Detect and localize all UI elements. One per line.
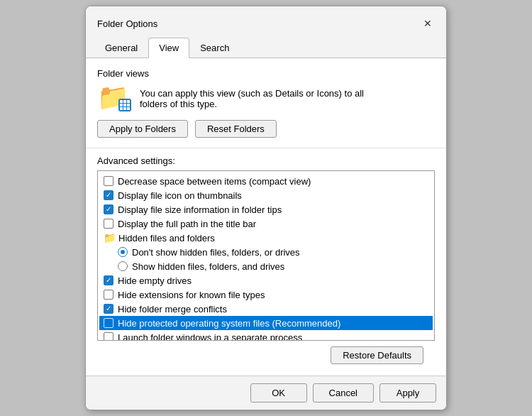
setting-decrease-space[interactable]: Decrease space between items (compact vi… (99, 174, 433, 188)
grid-cell (127, 107, 130, 110)
dialog-content: Folder views 📁 (86, 58, 446, 376)
checkbox-display-file-icon[interactable] (104, 190, 113, 200)
checkbox-launch-separate[interactable] (104, 332, 113, 341)
apply-button[interactable]: Apply (379, 383, 436, 403)
label-hidden-files-group: Hidden files and folders (118, 233, 215, 243)
setting-dont-show-hidden[interactable]: Don't show hidden files, folders, or dri… (99, 245, 433, 259)
grid-overlay-icon (118, 99, 131, 111)
grid-cell (123, 100, 126, 103)
setting-hidden-files-group: 📁 Hidden files and folders (99, 231, 433, 245)
setting-show-hidden[interactable]: Show hidden files, folders, and drives (99, 259, 433, 273)
checkbox-hide-empty-drives[interactable] (104, 275, 113, 285)
grid-cell (120, 104, 123, 106)
checkbox-hide-protected-os[interactable] (104, 318, 113, 328)
checkbox-display-file-size[interactable] (104, 204, 113, 214)
label-hide-extensions: Hide extensions for known file types (118, 290, 265, 300)
tab-search[interactable]: Search (189, 38, 240, 58)
folder-views-section: Folder views 📁 (86, 58, 446, 148)
title-bar: Folder Options ✕ (86, 6, 446, 38)
folder-icon-wrap: 📁 (97, 84, 131, 113)
grid-cell (120, 107, 123, 110)
close-button[interactable]: ✕ (418, 13, 438, 33)
label-hide-protected-os: Hide protected operating system files (R… (118, 318, 340, 329)
setting-hide-protected-os[interactable]: Hide protected operating system files (R… (99, 316, 433, 330)
setting-display-full-path[interactable]: Display the full path in the title bar (99, 217, 433, 231)
tab-bar: General View Search (86, 38, 446, 58)
bottom-restore-area: Restore Defaults (97, 341, 435, 368)
label-display-file-size: Display file size information in folder … (118, 204, 282, 215)
folder-views-description: You can apply this view (such as Details… (140, 88, 364, 109)
restore-defaults-button[interactable]: Restore Defaults (331, 346, 423, 364)
grid-cell (127, 100, 130, 103)
ok-button[interactable]: OK (250, 383, 307, 403)
label-hide-empty-drives: Hide empty drives (118, 275, 192, 286)
grid-cell (123, 104, 126, 106)
tab-view[interactable]: View (148, 38, 189, 58)
folder-group-icon: 📁 (104, 232, 116, 243)
tab-general[interactable]: General (94, 38, 148, 58)
checkbox-display-full-path[interactable] (104, 219, 113, 229)
folder-views-desc-line2: folders of this type. (140, 99, 364, 109)
radio-dont-show-hidden[interactable] (118, 247, 128, 257)
advanced-section: Advanced settings: Decrease space betwee… (86, 148, 446, 376)
folder-views-desc-line1: You can apply this view (such as Details… (140, 88, 364, 99)
label-hide-folder-merge: Hide folder merge conflicts (118, 304, 227, 314)
checkbox-hide-extensions[interactable] (104, 290, 113, 300)
reset-folders-button[interactable]: Reset Folders (195, 120, 277, 138)
setting-hide-folder-merge[interactable]: Hide folder merge conflicts (99, 302, 433, 316)
dialog-footer: OK Cancel Apply (86, 376, 446, 410)
label-display-file-icon: Display file icon on thumbnails (118, 190, 242, 201)
label-display-full-path: Display the full path in the title bar (118, 219, 256, 229)
grid-cell (120, 100, 123, 103)
grid-cell (123, 107, 126, 110)
label-launch-separate: Launch folder windows in a separate proc… (118, 332, 302, 341)
settings-list: Decrease space between items (compact vi… (98, 171, 434, 341)
setting-hide-empty-drives[interactable]: Hide empty drives (99, 273, 433, 288)
radio-show-hidden[interactable] (118, 261, 128, 271)
label-show-hidden: Show hidden files, folders, and drives (132, 261, 284, 272)
grid-cell (127, 104, 130, 106)
label-dont-show-hidden: Don't show hidden files, folders, or dri… (132, 247, 300, 258)
setting-display-file-icon[interactable]: Display file icon on thumbnails (99, 188, 433, 202)
folder-options-dialog: Folder Options ✕ General View Search Fol… (85, 6, 447, 410)
settings-list-wrap[interactable]: Decrease space between items (compact vi… (97, 170, 435, 341)
apply-to-folders-button[interactable]: Apply to Folders (97, 120, 188, 138)
label-decrease-space: Decrease space between items (compact vi… (118, 176, 311, 187)
setting-launch-separate[interactable]: Launch folder windows in a separate proc… (99, 330, 433, 341)
folder-views-row: 📁 You can apply this view (such (97, 84, 435, 113)
cancel-button[interactable]: Cancel (313, 383, 374, 403)
advanced-title: Advanced settings: (97, 155, 435, 166)
folder-views-title: Folder views (97, 68, 435, 79)
checkbox-decrease-space[interactable] (104, 176, 113, 186)
folder-views-buttons: Apply to Folders Reset Folders (97, 120, 435, 138)
dialog-title: Folder Options (97, 18, 157, 29)
setting-display-file-size[interactable]: Display file size information in folder … (99, 202, 433, 217)
setting-hide-extensions[interactable]: Hide extensions for known file types (99, 288, 433, 302)
checkbox-hide-folder-merge[interactable] (104, 304, 113, 314)
